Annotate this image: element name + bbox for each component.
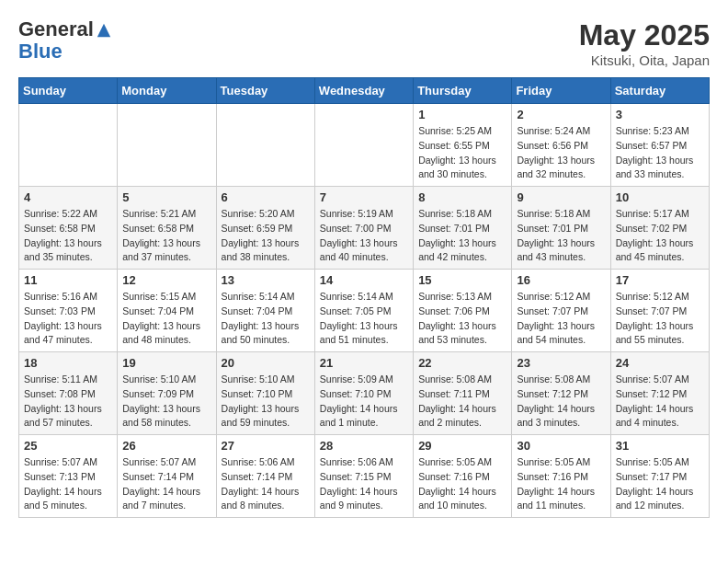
day-info: Sunrise: 5:12 AMSunset: 7:07 PMDaylight:… [616,290,704,348]
svg-marker-0 [97,24,110,37]
logo-general: General [18,18,94,40]
location: Kitsuki, Oita, Japan [579,52,710,68]
day-info: Sunrise: 5:21 AMSunset: 6:58 PMDaylight:… [122,207,210,265]
calendar-cell: 21Sunrise: 5:09 AMSunset: 7:10 PMDayligh… [314,352,413,435]
day-number: 7 [320,190,408,204]
calendar-cell [216,104,314,187]
day-number: 31 [616,439,704,453]
day-info: Sunrise: 5:07 AMSunset: 7:14 PMDaylight:… [122,455,210,513]
week-row-2: 4Sunrise: 5:22 AMSunset: 6:58 PMDaylight… [19,187,710,270]
day-info: Sunrise: 5:09 AMSunset: 7:10 PMDaylight:… [320,373,408,431]
calendar-cell: 6Sunrise: 5:20 AMSunset: 6:59 PMDaylight… [216,187,314,270]
day-number: 25 [24,439,112,453]
calendar-cell [314,104,413,187]
day-info: Sunrise: 5:07 AMSunset: 7:12 PMDaylight:… [616,373,704,431]
week-row-5: 25Sunrise: 5:07 AMSunset: 7:13 PMDayligh… [19,435,710,518]
logo-blue: Blue [18,40,112,63]
calendar-cell: 27Sunrise: 5:06 AMSunset: 7:14 PMDayligh… [216,435,314,518]
logo-text: General Blue [18,18,112,63]
day-number: 14 [320,273,408,287]
calendar-cell: 31Sunrise: 5:05 AMSunset: 7:17 PMDayligh… [610,435,709,518]
day-info: Sunrise: 5:14 AMSunset: 7:04 PMDaylight:… [222,290,310,348]
calendar-cell: 2Sunrise: 5:24 AMSunset: 6:56 PMDaylight… [512,104,610,187]
calendar-cell: 19Sunrise: 5:10 AMSunset: 7:09 PMDayligh… [118,352,216,435]
weekday-row: SundayMondayTuesdayWednesdayThursdayFrid… [19,78,710,104]
day-number: 13 [222,273,310,287]
day-number: 19 [122,356,210,370]
day-info: Sunrise: 5:12 AMSunset: 7:07 PMDaylight:… [517,290,605,348]
calendar-cell: 17Sunrise: 5:12 AMSunset: 7:07 PMDayligh… [610,270,709,352]
day-info: Sunrise: 5:24 AMSunset: 6:56 PMDaylight:… [517,124,605,182]
day-info: Sunrise: 5:10 AMSunset: 7:10 PMDaylight:… [222,373,310,431]
day-number: 27 [222,439,310,453]
day-info: Sunrise: 5:06 AMSunset: 7:14 PMDaylight:… [222,455,310,513]
calendar-cell: 3Sunrise: 5:23 AMSunset: 6:57 PMDaylight… [610,104,709,187]
day-info: Sunrise: 5:13 AMSunset: 7:06 PMDaylight:… [418,290,506,348]
day-number: 26 [122,439,210,453]
day-number: 23 [517,356,605,370]
day-number: 3 [616,108,704,121]
weekday-header-friday: Friday [512,78,610,104]
day-info: Sunrise: 5:08 AMSunset: 7:12 PMDaylight:… [517,373,605,431]
day-number: 16 [517,273,605,287]
day-number: 28 [320,439,408,453]
day-number: 11 [24,273,112,287]
day-number: 12 [122,273,210,287]
day-info: Sunrise: 5:10 AMSunset: 7:09 PMDaylight:… [122,373,210,431]
day-info: Sunrise: 5:25 AMSunset: 6:55 PMDaylight:… [418,124,506,182]
calendar-cell: 29Sunrise: 5:05 AMSunset: 7:16 PMDayligh… [414,435,512,518]
calendar-cell: 9Sunrise: 5:18 AMSunset: 7:01 PMDaylight… [512,187,610,270]
calendar-cell: 7Sunrise: 5:19 AMSunset: 7:00 PMDaylight… [314,187,413,270]
day-number: 8 [418,190,506,204]
calendar-cell: 8Sunrise: 5:18 AMSunset: 7:01 PMDaylight… [414,187,512,270]
weekday-header-monday: Monday [118,78,216,104]
day-number: 18 [24,356,112,370]
day-info: Sunrise: 5:06 AMSunset: 7:15 PMDaylight:… [320,455,408,513]
day-info: Sunrise: 5:20 AMSunset: 6:59 PMDaylight:… [222,207,310,265]
day-number: 1 [418,108,506,121]
month-title: May 2025 [579,18,710,52]
calendar-cell: 26Sunrise: 5:07 AMSunset: 7:14 PMDayligh… [118,435,216,518]
day-info: Sunrise: 5:22 AMSunset: 6:58 PMDaylight:… [24,207,112,265]
day-info: Sunrise: 5:23 AMSunset: 6:57 PMDaylight:… [616,124,704,182]
calendar-cell: 24Sunrise: 5:07 AMSunset: 7:12 PMDayligh… [610,352,709,435]
calendar-cell: 22Sunrise: 5:08 AMSunset: 7:11 PMDayligh… [414,352,512,435]
day-info: Sunrise: 5:18 AMSunset: 7:01 PMDaylight:… [517,207,605,265]
day-info: Sunrise: 5:05 AMSunset: 7:17 PMDaylight:… [616,455,704,513]
day-info: Sunrise: 5:08 AMSunset: 7:11 PMDaylight:… [418,373,506,431]
day-number: 20 [222,356,310,370]
weekday-header-saturday: Saturday [610,78,709,104]
day-number: 6 [222,190,310,204]
calendar-cell: 11Sunrise: 5:16 AMSunset: 7:03 PMDayligh… [19,270,118,352]
calendar-cell: 1Sunrise: 5:25 AMSunset: 6:55 PMDaylight… [414,104,512,187]
day-number: 5 [122,190,210,204]
day-number: 10 [616,190,704,204]
day-number: 24 [616,356,704,370]
day-number: 4 [24,190,112,204]
day-info: Sunrise: 5:18 AMSunset: 7:01 PMDaylight:… [418,207,506,265]
day-info: Sunrise: 5:11 AMSunset: 7:08 PMDaylight:… [24,373,112,431]
logo-icon [96,22,112,39]
weekday-header-sunday: Sunday [19,78,118,104]
day-info: Sunrise: 5:07 AMSunset: 7:13 PMDaylight:… [24,455,112,513]
week-row-4: 18Sunrise: 5:11 AMSunset: 7:08 PMDayligh… [19,352,710,435]
week-row-3: 11Sunrise: 5:16 AMSunset: 7:03 PMDayligh… [19,270,710,352]
week-row-1: 1Sunrise: 5:25 AMSunset: 6:55 PMDaylight… [19,104,710,187]
weekday-header-thursday: Thursday [414,78,512,104]
day-info: Sunrise: 5:15 AMSunset: 7:04 PMDaylight:… [122,290,210,348]
calendar-cell [19,104,118,187]
day-number: 15 [418,273,506,287]
day-number: 30 [517,439,605,453]
page-header: General Blue May 2025 Kitsuki, Oita, Jap… [18,18,710,68]
calendar-table: SundayMondayTuesdayWednesdayThursdayFrid… [18,77,710,518]
day-info: Sunrise: 5:19 AMSunset: 7:00 PMDaylight:… [320,207,408,265]
calendar-cell: 13Sunrise: 5:14 AMSunset: 7:04 PMDayligh… [216,270,314,352]
calendar-cell: 14Sunrise: 5:14 AMSunset: 7:05 PMDayligh… [314,270,413,352]
calendar-cell: 5Sunrise: 5:21 AMSunset: 6:58 PMDaylight… [118,187,216,270]
calendar-body: 1Sunrise: 5:25 AMSunset: 6:55 PMDaylight… [19,104,710,518]
calendar-cell: 28Sunrise: 5:06 AMSunset: 7:15 PMDayligh… [314,435,413,518]
day-number: 9 [517,190,605,204]
weekday-header-wednesday: Wednesday [314,78,413,104]
title-block: May 2025 Kitsuki, Oita, Japan [579,18,710,68]
calendar-cell: 23Sunrise: 5:08 AMSunset: 7:12 PMDayligh… [512,352,610,435]
